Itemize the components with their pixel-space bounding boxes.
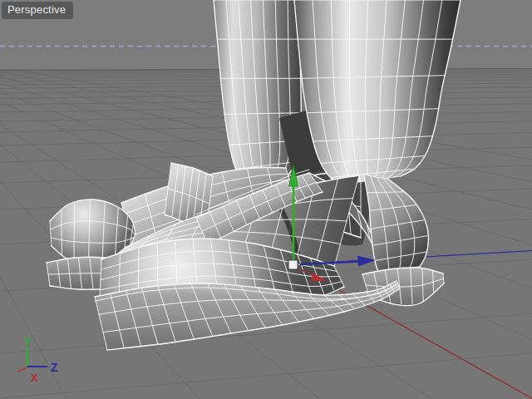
axis-label-x: X (31, 372, 38, 384)
axis-label-z: Z (51, 361, 58, 374)
viewport[interactable]: Y Z X Perspective (0, 0, 532, 399)
origin-handle[interactable] (288, 260, 298, 269)
viewport-label[interactable]: Perspective (2, 2, 73, 19)
scene-canvas[interactable]: Y Z X (0, 0, 532, 399)
axis-label-y: Y (24, 336, 31, 347)
